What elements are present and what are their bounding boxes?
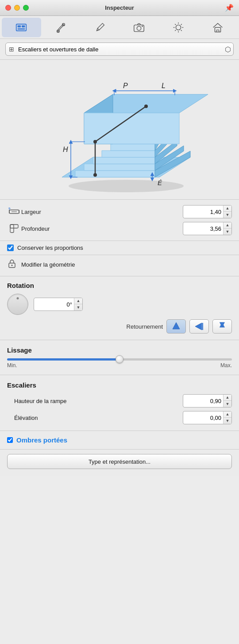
hauteur-label: Hauteur de la rampe	[7, 398, 183, 404]
type-representation-button[interactable]: Type et représentation...	[7, 454, 232, 469]
slider-labels: Min. Max.	[7, 362, 232, 369]
profondeur-input-wrap: ▲ ▼	[183, 222, 232, 235]
svg-line-15	[181, 30, 182, 31]
svg-marker-22	[75, 171, 155, 177]
svg-text:É: É	[158, 179, 162, 186]
titlebar-controls	[5, 5, 29, 11]
largeur-increment[interactable]: ▲	[224, 206, 231, 212]
sidebar-item-camera[interactable]	[120, 18, 159, 37]
object-type-dropdown-row: ⊞ Escaliers et ouvertures de dalle ⬡	[0, 39, 239, 60]
sidebar-item-sun[interactable]	[159, 18, 198, 37]
flip-row: Retournement	[7, 319, 232, 334]
svg-line-16	[181, 24, 182, 25]
proportions-checkbox[interactable]	[7, 244, 14, 251]
svg-rect-1	[18, 25, 21, 27]
minimize-button[interactable]	[14, 5, 20, 11]
svg-marker-60	[195, 323, 202, 330]
escaliers-section: Escaliers Hauteur de la rampe ▲ ▼ Élévat…	[0, 375, 239, 431]
largeur-input[interactable]	[183, 206, 223, 218]
dimension-fields: Largeur ▲ ▼ Profondeur ▲ ▼	[0, 200, 239, 241]
flip-vertical-button[interactable]	[166, 319, 186, 334]
object-type-select[interactable]: Escaliers et ouvertures de dalle	[5, 43, 234, 56]
svg-point-38	[144, 105, 148, 108]
sidebar-item-paint[interactable]	[41, 18, 81, 37]
proportions-row: Conserver les proportions	[0, 241, 239, 255]
elevation-stepper: ▲ ▼	[223, 411, 231, 424]
flip-both-button[interactable]	[212, 319, 232, 334]
rotation-title: Rotation	[7, 282, 232, 289]
svg-point-37	[93, 140, 97, 144]
hauteur-increment[interactable]: ▲	[224, 395, 231, 401]
lock-icon	[7, 259, 17, 271]
profondeur-row: Profondeur ▲ ▼	[7, 222, 232, 235]
elevation-input-wrap: ▲ ▼	[183, 411, 232, 424]
svg-point-7	[137, 26, 141, 30]
rotation-section: Rotation ▲ ▼ Retournement	[0, 276, 239, 340]
lissage-section: Lissage Min. Max.	[0, 340, 239, 375]
svg-line-17	[175, 30, 176, 31]
profondeur-stepper: ▲ ▼	[223, 222, 231, 235]
depth-icon	[7, 223, 21, 234]
profondeur-increment[interactable]: ▲	[224, 222, 231, 229]
toolbar	[0, 16, 239, 39]
escaliers-title: Escaliers	[7, 381, 232, 389]
rotation-increment[interactable]: ▲	[74, 298, 82, 304]
svg-point-9	[176, 25, 181, 30]
fullscreen-button[interactable]	[23, 5, 29, 11]
svg-point-39	[93, 173, 97, 177]
proportions-label: Conserver les proportions	[17, 244, 83, 251]
largeur-row: Largeur ▲ ▼	[7, 205, 232, 218]
lissage-slider-thumb[interactable]	[116, 355, 123, 363]
rotation-row: ▲ ▼	[7, 294, 232, 315]
dropdown-wrapper: ⊞ Escaliers et ouvertures de dalle ⬡	[5, 43, 234, 56]
stair-illustration: P L H É	[0, 60, 239, 200]
rotation-stepper: ▲ ▼	[74, 298, 82, 310]
svg-rect-0	[16, 24, 27, 31]
profondeur-input[interactable]	[183, 222, 223, 235]
svg-marker-30	[111, 144, 155, 151]
svg-text:H: H	[63, 146, 68, 153]
hauteur-stepper: ▲ ▼	[223, 395, 231, 407]
svg-rect-56	[10, 225, 18, 228]
largeur-label: Largeur	[21, 209, 183, 215]
flip-horizontal-button[interactable]	[189, 319, 209, 334]
hauteur-input[interactable]	[183, 395, 223, 407]
sidebar-item-house[interactable]	[198, 18, 237, 37]
elevation-label: Élévation	[7, 415, 183, 421]
rotation-decrement[interactable]: ▼	[74, 304, 82, 310]
svg-line-14	[175, 24, 176, 25]
lissage-slider-track	[7, 358, 232, 361]
svg-marker-28	[102, 151, 155, 157]
svg-rect-55	[10, 225, 14, 233]
svg-text:L: L	[162, 82, 166, 89]
profondeur-decrement[interactable]: ▼	[224, 229, 231, 235]
profondeur-label: Profondeur	[21, 225, 183, 232]
lissage-max-label: Max.	[220, 362, 232, 369]
svg-rect-3	[18, 28, 25, 29]
sidebar-item-pencil[interactable]	[80, 18, 120, 37]
geometry-row: Modifier la géométrie	[0, 255, 239, 276]
elevation-increment[interactable]: ▲	[224, 411, 231, 418]
retournement-label: Retournement	[7, 323, 163, 330]
svg-rect-2	[22, 25, 25, 27]
width-icon	[7, 206, 21, 217]
lissage-min-label: Min.	[7, 362, 17, 369]
geometry-label: Modifier la géométrie	[21, 261, 75, 268]
hauteur-decrement[interactable]: ▼	[224, 401, 231, 407]
largeur-stepper: ▲ ▼	[223, 206, 231, 218]
rotation-input[interactable]	[34, 298, 74, 310]
svg-point-8	[142, 25, 143, 27]
hauteur-row: Hauteur de la rampe ▲ ▼	[7, 394, 232, 407]
rotation-dial[interactable]	[7, 294, 28, 315]
close-button[interactable]	[5, 5, 11, 11]
sidebar-item-structure[interactable]	[2, 18, 41, 37]
largeur-decrement[interactable]: ▼	[224, 212, 231, 218]
window-title: Inspecteur	[105, 4, 134, 11]
type-btn-row: Type et représentation...	[0, 450, 239, 476]
elevation-decrement[interactable]: ▼	[224, 418, 231, 424]
elevation-row: Élévation ▲ ▼	[7, 411, 232, 424]
pin-icon[interactable]: 📌	[225, 4, 234, 12]
ombres-checkbox[interactable]	[7, 437, 13, 443]
elevation-input[interactable]	[183, 411, 223, 424]
ombres-row: Ombres portées	[0, 431, 239, 450]
